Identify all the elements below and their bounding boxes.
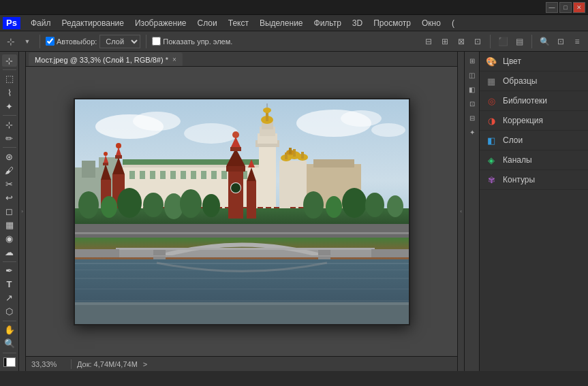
svg-rect-52 xyxy=(289,148,292,154)
show-transform-checkbox[interactable]: Показать упр. элем. xyxy=(152,37,232,46)
panel-channels[interactable]: ◈ Каналы xyxy=(480,150,588,170)
tool-hand[interactable]: ✋ xyxy=(2,324,17,336)
svg-rect-118 xyxy=(247,181,256,219)
show-transform-input[interactable] xyxy=(152,37,161,46)
tool-eyedropper[interactable]: ✏ xyxy=(2,132,17,144)
svg-rect-105 xyxy=(75,278,409,279)
panel-adjustments[interactable]: ◑ Коррекция xyxy=(480,111,588,131)
window-controls: — □ ✕ xyxy=(546,2,585,13)
svg-rect-13 xyxy=(140,171,145,179)
spacing-icon[interactable]: ▤ xyxy=(512,35,526,48)
extra-options-icon[interactable]: ≡ xyxy=(570,35,584,48)
left-panel-collapse[interactable]: › xyxy=(19,52,26,371)
align-right-icon[interactable]: ⊠ xyxy=(454,35,468,48)
menu-text[interactable]: Текст xyxy=(223,17,253,29)
tool-eraser[interactable]: ◻ xyxy=(2,205,17,217)
right-panel-collapse[interactable]: ‹ xyxy=(457,52,464,371)
paths-panel-label: Контуры xyxy=(503,175,535,184)
svg-point-6 xyxy=(371,123,405,137)
panel-swatches[interactable]: ▦ Образцы xyxy=(480,71,588,91)
tab-close-button[interactable]: × xyxy=(172,56,176,63)
canvas-tab[interactable]: Мост.jpeg @ 33,3% (Слой 1, RGB/8#) * × xyxy=(29,52,183,66)
panel-paths[interactable]: ✾ Контуры xyxy=(480,170,588,190)
status-separator xyxy=(71,359,72,369)
menu-extra[interactable]: ( xyxy=(447,17,459,29)
options-separator-3 xyxy=(490,35,491,48)
tool-zoom[interactable]: 🔍 xyxy=(2,338,17,350)
menu-filter[interactable]: Фильтр xyxy=(309,17,346,29)
menu-edit[interactable]: Редактирование xyxy=(57,17,129,29)
tool-magic-wand[interactable]: ✦ xyxy=(2,100,17,112)
mini-tool-4[interactable]: ⊡ xyxy=(466,97,478,110)
autoselect-input[interactable] xyxy=(46,37,55,46)
tool-lasso[interactable]: ⌇ xyxy=(2,86,17,99)
color-panel-icon: 🎨 xyxy=(485,55,497,67)
menu-layers[interactable]: Слои xyxy=(193,17,222,29)
mini-tool-5[interactable]: ⊟ xyxy=(466,112,478,124)
menu-image[interactable]: Изображение xyxy=(130,17,191,29)
tool-path-selection[interactable]: ↗ xyxy=(2,292,17,304)
minimize-button[interactable]: — xyxy=(546,2,558,13)
mini-tool-3[interactable]: ◧ xyxy=(466,83,478,95)
tool-blur[interactable]: ◉ xyxy=(2,233,17,245)
menu-select[interactable]: Выделение xyxy=(255,17,308,29)
tool-clone-stamp[interactable]: ✂ xyxy=(2,178,17,190)
main-area: ⊹ ⬚ ⌇ ✦ ⊹ ✏ ⊛ 🖌 ✂ ↩ ◻ ▦ ◉ ☁ ✒ T ↗ ⬡ ✋ 🔍 … xyxy=(0,52,588,371)
options-separator-1 xyxy=(40,35,40,48)
panel-libraries[interactable]: ◎ Библиотеки xyxy=(480,91,588,111)
distribute-icon[interactable]: ⊡ xyxy=(471,35,484,48)
swatches-panel-icon: ▦ xyxy=(485,75,497,87)
tool-dodge[interactable]: ☁ xyxy=(2,246,17,259)
tool-spot-healing[interactable]: ⊛ xyxy=(2,150,17,163)
panel-color[interactable]: 🎨 Цвет xyxy=(480,52,588,71)
canvas-viewport[interactable] xyxy=(26,67,457,356)
svg-rect-103 xyxy=(75,263,409,264)
svg-rect-54 xyxy=(313,159,354,167)
autoselect-checkbox[interactable]: Автовыбор: xyxy=(46,37,97,46)
channels-panel-label: Каналы xyxy=(503,155,532,165)
adjustments-panel-icon: ◑ xyxy=(485,114,497,127)
options-bar: ⊹ ▼ Автовыбор: Слой Показать упр. элем. … xyxy=(0,31,588,52)
align-center-icon[interactable]: ⊞ xyxy=(438,35,452,48)
tool-separator-1 xyxy=(3,69,16,70)
maximize-button[interactable]: □ xyxy=(559,2,572,13)
svg-point-87 xyxy=(202,194,220,217)
paths-panel-icon: ✾ xyxy=(485,174,497,186)
svg-rect-12 xyxy=(129,171,135,179)
tool-pen[interactable]: ✒ xyxy=(2,265,17,277)
title-bar: — □ ✕ xyxy=(0,0,588,15)
canvas-area: Мост.jpeg @ 33,3% (Слой 1, RGB/8#) * × xyxy=(26,52,457,371)
arrange-icon[interactable]: ⬛ xyxy=(496,35,510,48)
mini-tool-2[interactable]: ◫ xyxy=(466,69,478,81)
tool-crop[interactable]: ⊹ xyxy=(2,118,17,131)
align-left-icon[interactable]: ⊟ xyxy=(422,35,435,48)
tool-text[interactable]: T xyxy=(2,278,17,291)
menu-view[interactable]: Просмотр xyxy=(369,17,416,29)
tool-options-arrow[interactable]: ▼ xyxy=(20,35,34,48)
close-button[interactable]: ✕ xyxy=(573,2,585,13)
move-tool-icon[interactable]: ⊹ xyxy=(4,35,18,48)
menu-window[interactable]: Окно xyxy=(417,17,446,29)
image-frame xyxy=(74,98,410,325)
tool-brush[interactable]: 🖌 xyxy=(2,164,17,176)
screen-mode-icon[interactable]: ⊡ xyxy=(554,35,568,48)
tool-marquee[interactable]: ⬚ xyxy=(2,73,17,85)
tool-separator-2 xyxy=(3,115,16,116)
svg-rect-100 xyxy=(75,249,119,257)
tool-move[interactable]: ⊹ xyxy=(2,54,17,67)
search-icon[interactable]: 🔍 xyxy=(538,35,551,48)
mini-tool-1[interactable]: ⊞ xyxy=(466,54,478,67)
svg-rect-109 xyxy=(75,302,409,305)
panel-layers[interactable]: ◧ Слои xyxy=(480,131,588,150)
tool-shape[interactable]: ⬡ xyxy=(2,306,17,318)
mini-tool-6[interactable]: ✦ xyxy=(466,126,478,138)
svg-rect-27 xyxy=(115,155,122,159)
menu-3d[interactable]: 3D xyxy=(347,17,367,29)
layer-select[interactable]: Слой xyxy=(99,35,140,48)
tool-history-brush[interactable]: ↩ xyxy=(2,191,17,204)
tool-foreground-color[interactable] xyxy=(2,356,17,368)
menu-file[interactable]: Файл xyxy=(26,17,56,29)
status-arrow[interactable]: > xyxy=(143,360,147,368)
tool-gradient[interactable]: ▦ xyxy=(2,219,17,231)
svg-point-90 xyxy=(342,188,367,218)
